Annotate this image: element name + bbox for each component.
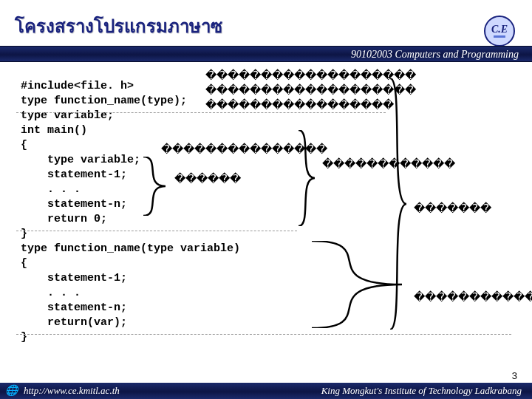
- slide-body: #include<file. h> type function_name(typ…: [0, 62, 532, 383]
- brace-icon: [140, 157, 170, 216]
- annotation: �������������������: [205, 83, 416, 98]
- code-block: #include<file. h> type function_name(typ…: [21, 79, 240, 345]
- logo-icon: C.E: [483, 15, 516, 47]
- footer-bar: 🌐 http://www.ce.kmitl.ac.th King Mongkut…: [0, 383, 532, 399]
- annotation: ������: [174, 171, 241, 186]
- annotation: �������: [414, 201, 491, 216]
- divider: [16, 112, 386, 113]
- brace-icon: [309, 241, 405, 328]
- brace-icon: [296, 130, 318, 226]
- page-number: 3: [512, 370, 517, 381]
- footer-url: http://www.ce.kmitl.ac.th: [24, 383, 120, 399]
- header-bar: 90102003 Computers and Programming: [0, 46, 532, 62]
- slide-title: โครงสรางโปรแกรมภาษาซ: [15, 12, 222, 41]
- annotation: ������������: [414, 290, 532, 304]
- annotation: �������������������: [205, 68, 416, 83]
- footer-globe-icon: 🌐: [4, 384, 18, 398]
- svg-text:C.E: C.E: [491, 24, 508, 35]
- svg-rect-2: [494, 35, 505, 38]
- footer-institute: King Mongkut's Institute of Technology L…: [321, 383, 522, 399]
- annotation: �����������������: [205, 98, 394, 112]
- slide: โครงสรางโปรแกรมภาษาซ C.E 90102003 Comput…: [0, 0, 532, 399]
- divider: [16, 231, 297, 231]
- divider: [16, 334, 511, 335]
